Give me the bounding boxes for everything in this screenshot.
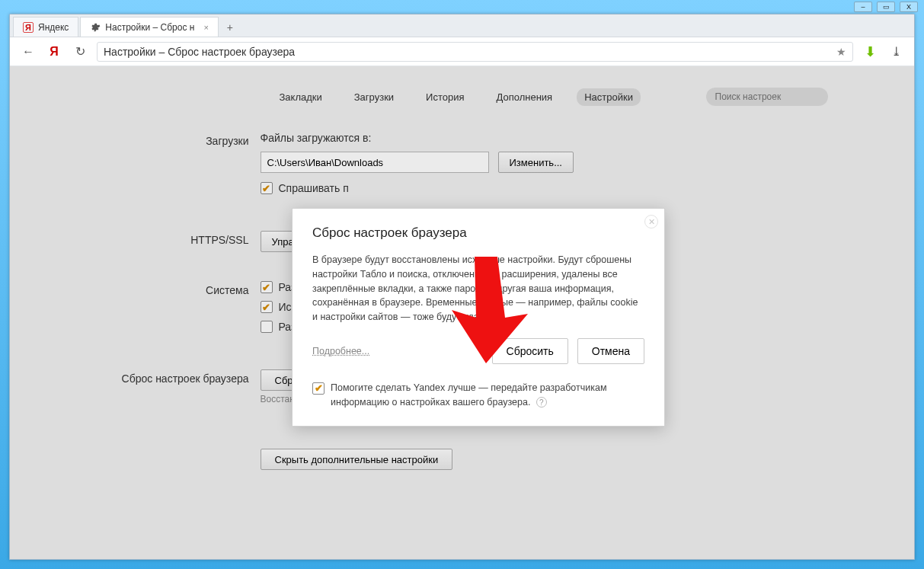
dialog-title: Сброс настроек браузера: [312, 225, 644, 241]
dialog-more-link[interactable]: Подробнее...: [312, 346, 369, 356]
tab-strip: Я Яндекс Настройки – Сброс н × +: [10, 14, 914, 37]
hide-advanced-button[interactable]: Скрыть дополнительные настройки: [261, 449, 453, 470]
home-button[interactable]: Я: [45, 43, 63, 61]
reset-confirm-dialog: ✕ Сброс настроек браузера В браузере буд…: [292, 208, 665, 427]
dialog-help-text: Помогите сделать Yandex лучше — передайт…: [331, 382, 607, 408]
downloads-icon[interactable]: ⬇: [861, 43, 879, 61]
tab-label: Яндекс: [38, 22, 69, 33]
system-opt3-checkbox[interactable]: [261, 321, 273, 333]
url-text: Настройки – Сброс настроек браузера: [104, 46, 295, 58]
dialog-confirm-button[interactable]: Сбросить: [492, 338, 568, 364]
window-titlebar: – ▭ X: [0, 0, 924, 14]
tab-close-icon[interactable]: ×: [203, 23, 208, 32]
system-opt2-checkbox[interactable]: [261, 301, 273, 313]
save-page-icon[interactable]: ⤓: [887, 43, 905, 61]
tab-label: Настройки – Сброс н: [105, 22, 194, 33]
dialog-cancel-button[interactable]: Отмена: [577, 338, 644, 364]
help-hint-icon[interactable]: ?: [536, 397, 547, 408]
subnav-settings[interactable]: Настройки: [577, 88, 641, 106]
gear-icon: [90, 22, 101, 33]
new-tab-button[interactable]: +: [220, 18, 240, 37]
settings-subnav: Закладки Загрузки История Дополнения Нас…: [97, 82, 828, 124]
address-bar: ← Я ↻ Настройки – Сброс настроек браузер…: [10, 37, 914, 66]
yandex-favicon-icon: Я: [23, 22, 34, 33]
section-label: Загрузки: [97, 132, 261, 202]
subnav-bookmarks[interactable]: Закладки: [272, 88, 330, 106]
subnav-addons[interactable]: Дополнения: [489, 88, 561, 106]
subnav-history[interactable]: История: [418, 88, 472, 106]
section-label: Система: [97, 281, 261, 340]
system-opt1-checkbox[interactable]: [261, 281, 273, 293]
bookmark-star-icon[interactable]: ★: [836, 46, 846, 58]
tab-yandex[interactable]: Я Яндекс: [13, 17, 78, 37]
window-close-button[interactable]: X: [900, 2, 918, 12]
subnav-downloads[interactable]: Загрузки: [347, 88, 401, 106]
section-label: Сброс настроек браузера: [97, 369, 261, 404]
section-hide: Скрыть дополнительные настройки: [97, 426, 828, 491]
download-path-input[interactable]: [261, 152, 489, 173]
reload-button[interactable]: ↻: [71, 43, 89, 61]
change-path-button[interactable]: Изменить...: [498, 152, 574, 173]
downloads-caption: Файлы загружаются в:: [261, 132, 828, 144]
back-button[interactable]: ←: [19, 43, 37, 61]
url-input[interactable]: Настройки – Сброс настроек браузера ★: [97, 42, 853, 62]
tab-settings[interactable]: Настройки – Сброс н ×: [80, 17, 218, 37]
dialog-body: В браузере будут восстановлены исходные …: [312, 253, 644, 324]
ask-before-download-checkbox[interactable]: [261, 182, 273, 194]
ask-before-download-label: Спрашивать п: [279, 182, 349, 194]
window-minimize-button[interactable]: –: [854, 2, 872, 12]
dialog-close-icon[interactable]: ✕: [644, 215, 658, 229]
dialog-help-checkbox[interactable]: [312, 382, 325, 395]
settings-search-input[interactable]: [706, 88, 828, 106]
section-label: HTTPS/SSL: [97, 231, 261, 252]
window-maximize-button[interactable]: ▭: [877, 2, 895, 12]
